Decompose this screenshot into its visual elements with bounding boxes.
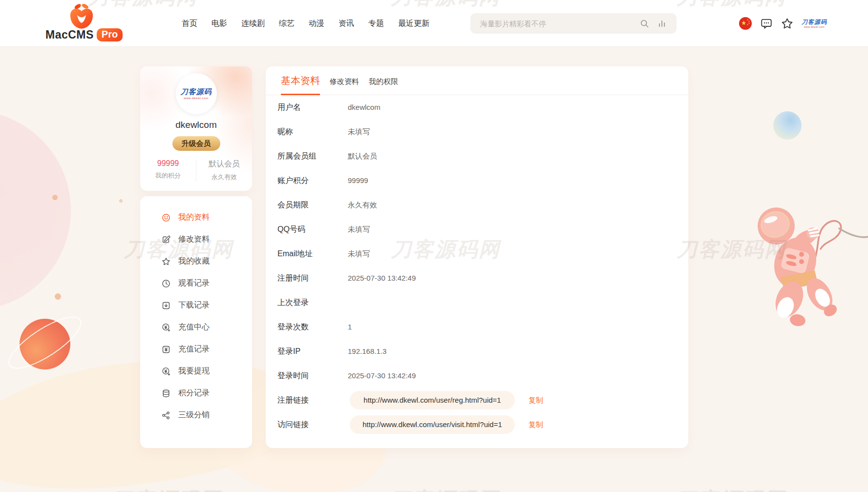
menu-item-label: 积分记录	[178, 388, 210, 398]
mini-logo-text: 刀客源码	[802, 19, 827, 25]
field-label: 用户名	[277, 95, 346, 120]
profile-summary-card: 刀客源码 www.dkewl.com dkewlcom 升级会员 99999我的…	[140, 66, 252, 191]
sphere-decoration	[773, 111, 802, 140]
profile-row: Email地址未填写	[266, 242, 688, 266]
field-value: 未填写	[348, 120, 370, 144]
field-label: 访问链接	[277, 412, 346, 437]
profile-row: 登录时间2025-07-30 13:42:49	[266, 364, 688, 388]
smiley-icon	[161, 213, 171, 223]
sidebar-item-favorites[interactable]: 我的收藏	[140, 250, 252, 272]
nav-recent[interactable]: 最近更新	[398, 19, 429, 29]
profile-row: 登录IP192.168.1.3	[266, 339, 688, 364]
sidebar-menu-card: 我的资料修改资料我的收藏观看记录下载记录充值中心充值记录我要提现积分记录三级分销	[140, 196, 252, 448]
sidebar-menu: 我的资料修改资料我的收藏观看记录下载记录充值中心充值记录我要提现积分记录三级分销	[140, 196, 252, 426]
download-icon	[161, 301, 171, 310]
field-label: QQ号码	[277, 217, 346, 242]
profile-rows: 用户名dkewlcom昵称未填写所属会员组默认会员账户积分99999会员期限永久…	[266, 95, 688, 437]
field-label: 注册链接	[277, 388, 346, 412]
strawberry-logo-icon	[68, 3, 95, 29]
tab-bar: 基本资料修改资料我的权限	[266, 66, 688, 95]
field-value: 192.168.1.3	[348, 339, 386, 364]
search-input[interactable]	[479, 19, 632, 28]
field-value: 99999	[348, 168, 368, 193]
planet-ring-decoration	[1, 308, 88, 377]
copy-button[interactable]: 复制	[529, 412, 543, 437]
sidebar-item-watch-history[interactable]: 观看记录	[140, 272, 252, 294]
sidebar-item-distribution[interactable]: 三级分销	[140, 404, 252, 426]
stat-value: 默认会员	[196, 159, 252, 169]
watermark-text: 刀客源码网	[677, 236, 786, 263]
field-label: 上次登录	[277, 290, 346, 315]
stat-value: 99999	[140, 159, 196, 168]
ranking-chart-icon[interactable]	[657, 19, 667, 28]
sidebar-item-recharge-records[interactable]: 充值记录	[140, 338, 252, 360]
sidebar-item-points-records[interactable]: 积分记录	[140, 382, 252, 404]
menu-item-label: 我要提现	[178, 366, 210, 376]
field-label: 昵称	[277, 120, 346, 144]
field-value: 未填写	[348, 217, 370, 242]
nav-topics[interactable]: 专题	[368, 19, 384, 29]
profile-row: 昵称未填写	[266, 120, 688, 144]
field-value: 2025-07-30 13:42:49	[348, 266, 416, 290]
nav-movies[interactable]: 电影	[212, 19, 227, 29]
avatar-logo-subtext: www.dkewl.com	[184, 97, 208, 100]
profile-row: 会员期限永久有效	[266, 193, 688, 217]
nav-series[interactable]: 连续剧	[241, 19, 265, 29]
field-label: 登录IP	[277, 339, 346, 364]
brand-badge: Pro	[97, 28, 123, 41]
withdraw-icon	[161, 367, 171, 376]
field-value: 未填写	[348, 242, 370, 266]
profile-stats: 99999我的积分默认会员永久有效	[140, 159, 252, 182]
recharge-icon	[161, 323, 171, 332]
tab-basic-info[interactable]: 基本资料	[281, 74, 320, 95]
sidebar-item-withdraw[interactable]: 我要提现	[140, 360, 252, 382]
dkewl-mini-logo[interactable]: 刀客源码 www.dkewl.com	[802, 19, 827, 28]
avatar[interactable]: 刀客源码 www.dkewl.com	[176, 73, 217, 114]
profile-row: 访问链接http://www.dkewl.com/user/visit.html…	[266, 412, 688, 437]
field-label: 会员期限	[277, 193, 346, 217]
main-panel: 基本资料修改资料我的权限 用户名dkewlcom昵称未填写所属会员组默认会员账户…	[266, 66, 688, 448]
field-value: dkewlcom	[348, 95, 381, 120]
menu-item-label: 我的资料	[178, 212, 210, 223]
field-value: 默认会员	[348, 144, 377, 168]
tab-permissions[interactable]: 我的权限	[369, 77, 398, 95]
language-flag-icon[interactable]	[739, 17, 752, 30]
avatar-logo-text: 刀客源码	[181, 88, 212, 95]
field-value: 1	[348, 315, 352, 339]
field-value: 永久有效	[348, 193, 377, 217]
tab-edit-profile[interactable]: 修改资料	[330, 77, 359, 95]
points-icon	[161, 389, 171, 398]
nav-home[interactable]: 首页	[182, 19, 197, 29]
menu-item-label: 充值中心	[178, 322, 210, 332]
field-label: 账户积分	[277, 168, 346, 193]
field-label: Email地址	[277, 242, 346, 266]
profile-row: 登录次数1	[266, 315, 688, 339]
message-icon[interactable]	[760, 17, 773, 30]
nav-anime[interactable]: 动漫	[309, 19, 324, 29]
pink-circle-decoration	[0, 110, 71, 310]
search-icon[interactable]	[639, 19, 650, 29]
nav-news[interactable]: 资讯	[339, 19, 354, 29]
planet-decoration	[20, 319, 70, 369]
link-pill[interactable]: http://www.dkewl.com/user/visit.html?uid…	[350, 415, 515, 434]
header-icons: 刀客源码 www.dkewl.com	[739, 0, 827, 47]
site-logo[interactable]: MacCMS Pro	[45, 2, 109, 45]
field-value: 2025-07-30 13:42:49	[348, 364, 416, 388]
sidebar-item-profile[interactable]: 我的资料	[140, 206, 252, 228]
profile-stat: 99999我的积分	[140, 159, 196, 182]
upgrade-member-button[interactable]: 升级会员	[172, 136, 220, 151]
favorite-star-icon[interactable]	[781, 17, 794, 30]
sidebar-item-download-history[interactable]: 下载记录	[140, 294, 252, 316]
nav-variety[interactable]: 综艺	[279, 19, 295, 29]
watermark-text: 刀客源码网	[676, 486, 785, 492]
sidebar-item-recharge-center[interactable]: 充值中心	[140, 316, 252, 338]
search-box	[470, 13, 677, 34]
menu-item-label: 下载记录	[178, 300, 210, 310]
edit-icon	[161, 235, 171, 245]
watermark-text: 刀客源码网	[389, 486, 499, 492]
menu-item-label: 三级分销	[178, 410, 210, 420]
sidebar-item-edit-profile[interactable]: 修改资料	[140, 228, 252, 250]
stat-label: 永久有效	[196, 173, 252, 182]
link-pill[interactable]: http://www.dkewl.com/user/reg.html?uid=1	[350, 391, 515, 410]
copy-button[interactable]: 复制	[529, 388, 543, 412]
